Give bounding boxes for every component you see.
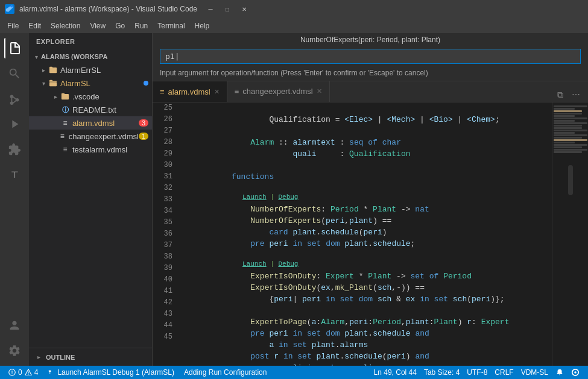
menu-view[interactable]: View — [85, 20, 110, 31]
code-container: 25 26 27 28 29 30 31 32 33 34 35 36 37 3… — [153, 102, 588, 366]
ln-37: 37 — [153, 240, 172, 251]
search-activity-icon[interactable] — [4, 63, 25, 84]
alarmsl-arrow: ▾ — [39, 78, 48, 88]
ln-44: 44 — [153, 320, 172, 331]
tree-item-testalarm[interactable]: ≡ testalarm.vdmsl — [29, 143, 152, 156]
cursor-position-text: Ln 49, Col 44 — [374, 368, 417, 377]
input-overlay: NumberOfExperts(peri: Period, plant: Pla… — [153, 33, 588, 81]
argument-input[interactable] — [160, 49, 581, 64]
encoding[interactable]: UTF-8 — [463, 366, 491, 379]
tree-item-vscode[interactable]: ▸ .vscode — [29, 90, 152, 103]
svg-line-5 — [13, 101, 16, 104]
more-tabs-button[interactable]: ⋯ — [569, 87, 583, 102]
line-ending[interactable]: CRLF — [491, 366, 517, 379]
minimap-line — [554, 113, 582, 114]
accounts-activity-icon[interactable] — [4, 315, 25, 336]
remote-icon[interactable] — [567, 366, 583, 379]
workspace-root[interactable]: ▾ ALARMS (WORKSPA — [29, 50, 152, 63]
ln-39: 39 — [153, 263, 172, 274]
ln-30: 30 — [153, 160, 172, 171]
ln-33: 33 — [153, 194, 172, 205]
folder-open-icon — [48, 78, 58, 88]
menu-go[interactable]: Go — [110, 20, 130, 31]
tree-item-readme[interactable]: ⓘ README.txt — [29, 103, 152, 116]
minimap-line — [554, 139, 587, 141]
tab-size[interactable]: Tab Size: 4 — [420, 366, 463, 379]
menu-help[interactable]: Help — [190, 20, 215, 31]
menu-edit[interactable]: Edit — [24, 20, 46, 31]
window-controls: ─ □ ✕ — [202, 2, 253, 16]
task-label-text: Adding Run Configuration — [184, 368, 267, 377]
ln-45: 45 — [153, 331, 172, 343]
code-editor[interactable]: Qualification = <Elec> | <Mech> | <Bio> … — [180, 102, 552, 366]
svg-point-12 — [574, 371, 577, 374]
maximize-button[interactable]: □ — [219, 2, 236, 16]
minimap-line — [554, 108, 575, 110]
debug-label-text: Launch AlarmSL Debug 1 (AlarmSL) — [57, 368, 174, 377]
source-control-activity-icon[interactable] — [4, 89, 25, 109]
minimap-line — [554, 137, 582, 139]
cursor-position[interactable]: Ln 49, Col 44 — [370, 366, 420, 379]
tab-changeexpert-close[interactable]: ✕ — [317, 87, 322, 95]
extensions-activity-icon[interactable] — [4, 139, 25, 160]
vdm-activity-icon[interactable]: ⊤ — [4, 164, 25, 185]
code-line-30: functions — [185, 160, 552, 171]
explorer-header: EXPLORER — [29, 33, 152, 50]
vscode-arrow: ▸ — [51, 92, 60, 101]
alarm-error-badge: 3 — [139, 119, 148, 127]
menu-selection[interactable]: Selection — [46, 20, 85, 31]
ln-31: 31 — [153, 171, 172, 183]
title-bar: alarm.vdmsl - alarms (Workspace) - Visua… — [0, 0, 588, 18]
tab-alarm[interactable]: ≡ alarm.vdmsl ✕ — [153, 81, 227, 102]
tree-item-changeexpert[interactable]: ≡ changeexpert.vdmsl 1 — [29, 130, 152, 143]
explorer-activity-icon[interactable] — [4, 38, 25, 58]
tree-item-alarmsl[interactable]: ▾ AlarmSL — [29, 77, 152, 90]
changeexpert-label: changeexpert.vdmsl — [69, 132, 139, 141]
alarmerr-label: AlarmErrSL — [60, 66, 152, 75]
menu-file[interactable]: File — [2, 20, 24, 31]
minimap-line — [554, 122, 587, 124]
tab-alarm-close[interactable]: ✕ — [214, 88, 220, 96]
minimize-button[interactable]: ─ — [202, 2, 219, 16]
tab-changeexpert[interactable]: ≡ changeexpert.vdmsl ✕ — [227, 81, 330, 102]
sidebar: EXPLORER ▾ ALARMS (WORKSPA ▸ AlarmErrSL … — [29, 33, 153, 366]
alarmsl-label: AlarmSL — [60, 79, 144, 88]
minimap-line — [554, 115, 575, 117]
minimap-line — [554, 130, 587, 131]
tree-item-alarmerr[interactable]: ▸ AlarmErrSL — [29, 63, 152, 77]
minimap-line — [554, 127, 582, 129]
minimap-line — [554, 134, 587, 136]
tree-item-alarm[interactable]: ≡ alarm.vdmsl 3 — [29, 116, 152, 130]
code-line-27: Alarm :: alarmtext : seq of char — [185, 125, 552, 137]
testalarm-file-icon: ≡ — [60, 145, 70, 154]
ln-34: 34 — [153, 205, 172, 217]
settings-activity-icon[interactable] — [4, 340, 25, 361]
error-count[interactable]: 0 4 — [5, 366, 42, 379]
info-icon: ⓘ — [60, 105, 70, 114]
menu-terminal[interactable]: Terminal — [153, 20, 189, 31]
task-label[interactable]: Adding Run Configuration — [180, 366, 270, 379]
run-activity-icon[interactable] — [4, 114, 25, 134]
tab-alarm-icon: ≡ — [160, 87, 165, 96]
minimap-line — [554, 117, 587, 119]
line-ending-text: CRLF — [495, 368, 513, 377]
language-mode[interactable]: VDM-SL — [517, 366, 552, 379]
menu-run[interactable]: Run — [130, 20, 153, 31]
svg-point-10 — [28, 374, 29, 375]
tab-changeexpert-label: changeexpert.vdmsl — [242, 87, 312, 96]
vscode-label: .vscode — [72, 92, 152, 101]
debug-label[interactable]: Launch AlarmSL Debug 1 (AlarmSL) — [44, 366, 178, 379]
ln-29: 29 — [153, 148, 172, 160]
minimap — [552, 102, 588, 366]
split-editor-button[interactable]: ⧉ — [553, 87, 567, 102]
encoding-text: UTF-8 — [467, 368, 487, 377]
notifications-icon[interactable] — [552, 366, 567, 379]
svg-point-8 — [11, 374, 13, 375]
close-button[interactable]: ✕ — [236, 2, 253, 16]
minimap-line — [554, 149, 587, 151]
minimap-scroll-handle[interactable] — [568, 165, 573, 195]
outline-section[interactable]: ▸ OUTLINE — [29, 348, 152, 366]
tab-alarm-label: alarm.vdmsl — [168, 87, 210, 96]
minimap-line — [554, 125, 582, 127]
folder-icon — [48, 65, 58, 75]
